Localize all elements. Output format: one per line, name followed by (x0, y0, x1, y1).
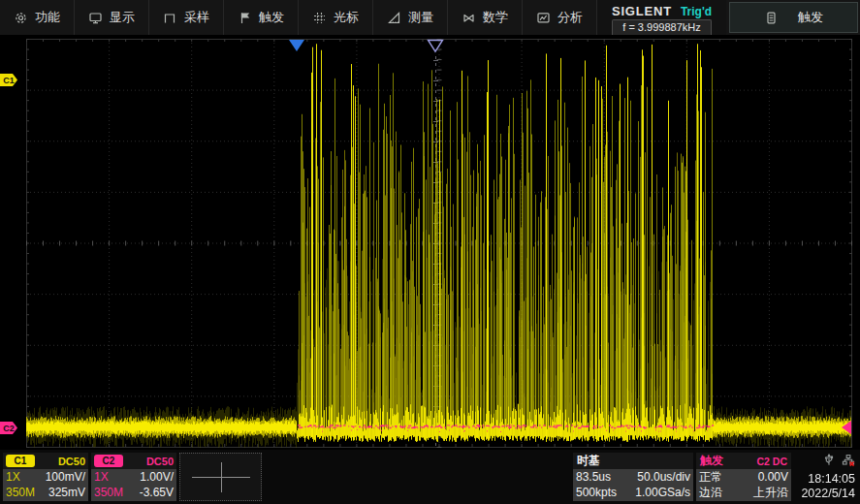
timebase-title: 时基 (577, 453, 600, 469)
trigger-menu-button[interactable]: 触发 (729, 2, 858, 33)
trigger-info-box[interactable]: 触发 C2 DC 正常 0.00V 边沿 上升沿 (696, 453, 791, 501)
clock-box: 18:14:05 2022/5/14 (795, 453, 857, 501)
clock-time: 18:14:05 (795, 472, 857, 486)
timebase-scale: 50.0us/div (637, 471, 690, 484)
cursor-icon (312, 11, 327, 25)
trigger-type: 边沿 (699, 487, 722, 499)
menu-item-math[interactable]: 数学 (448, 0, 523, 35)
c2-coupling: DC50 (146, 456, 174, 467)
menu-item-label: 功能 (35, 9, 60, 26)
trigger-slope: 上升沿 (753, 487, 788, 499)
c2-bandwidth: 350M (94, 487, 123, 499)
gear-icon (14, 11, 28, 25)
lan-disconnected-icon (842, 454, 855, 470)
c1-offset: 325mV (48, 487, 85, 499)
trigger-flag-icon (238, 11, 252, 25)
menu-item-acquire[interactable]: 采样 (149, 0, 224, 35)
trigger-source: C2 DC (756, 456, 787, 467)
menu-item-analysis[interactable]: 分析 (523, 0, 597, 35)
oscilloscope-ui: 功能 显示 采样 触发 (0, 0, 860, 504)
timebase-info-box[interactable]: 时基 83.5us 50.0us/div 500kpts 1.00GSa/s (573, 453, 693, 501)
c1-badge: C1 (6, 455, 35, 467)
timebase-sample-rate: 1.00GSa/s (635, 487, 690, 499)
menu-item-trigger[interactable]: 触发 (224, 0, 299, 35)
menu-item-label: 采样 (184, 9, 209, 26)
c1-scale: 100mV/ (46, 471, 85, 484)
trigger-position-marker[interactable] (427, 39, 444, 57)
display-icon (88, 11, 103, 25)
measure-icon (387, 11, 401, 25)
timebase-delay: 83.5us (576, 471, 611, 484)
menu-item-display[interactable]: 显示 (75, 0, 149, 35)
c1-bandwidth: 350M (6, 487, 35, 499)
trigger-level: 0.00V (758, 471, 788, 484)
c2-probe: 1X (94, 471, 109, 484)
menu-item-function[interactable]: 功能 (0, 0, 75, 35)
analysis-icon (536, 11, 551, 25)
menu-item-label: 触发 (259, 9, 284, 26)
menu-item-label: 光标 (334, 9, 359, 26)
waveform-canvas (0, 35, 860, 450)
trigger-title: 触发 (700, 453, 723, 469)
menu-item-measure[interactable]: 测量 (373, 0, 448, 35)
menu-item-label: 分析 (557, 9, 583, 26)
trigger-menu-label: 触发 (798, 9, 823, 26)
crosshair-icon (221, 462, 222, 492)
brand-block: SIGLENT Trig'd f = 3.999887kHz (597, 0, 726, 35)
c2-offset: -3.65V (140, 487, 174, 499)
siglent-logo: SIGLENT (612, 4, 672, 18)
status-bar: C1 DC50 1X 100mV/ 350M 325mV C2 DC50 1X … (0, 450, 860, 504)
trigger-mode: 正常 (699, 471, 722, 484)
c1-coupling: DC50 (58, 456, 85, 467)
timebase-memory: 500kpts (576, 487, 617, 499)
channel-2-info-box[interactable]: C2 DC50 1X 1.00V/ 350M -3.65V (91, 453, 176, 501)
frequency-readout: f = 3.999887kHz (612, 19, 711, 35)
channel-1-info-box[interactable]: C1 DC50 1X 100mV/ 350M 325mV (3, 453, 88, 501)
add-channel-box[interactable] (179, 453, 262, 501)
math-icon (462, 11, 476, 25)
clock-date: 2022/5/14 (795, 487, 857, 500)
usb-icon (822, 454, 836, 470)
list-icon (764, 11, 779, 25)
menu-item-label: 显示 (110, 9, 135, 26)
trigger-status-badge: Trig'd (681, 5, 712, 18)
menu-bar: 功能 显示 采样 触发 (0, 0, 860, 35)
c2-scale: 1.00V/ (140, 471, 174, 484)
waveform-display: C1 C2 (0, 35, 860, 450)
c1-probe: 1X (6, 471, 20, 484)
c2-badge: C2 (94, 455, 123, 467)
menu-item-label: 数学 (483, 9, 508, 26)
menu-item-cursor[interactable]: 光标 (299, 0, 373, 35)
menu-item-label: 测量 (408, 9, 433, 26)
acquire-icon (163, 11, 177, 25)
